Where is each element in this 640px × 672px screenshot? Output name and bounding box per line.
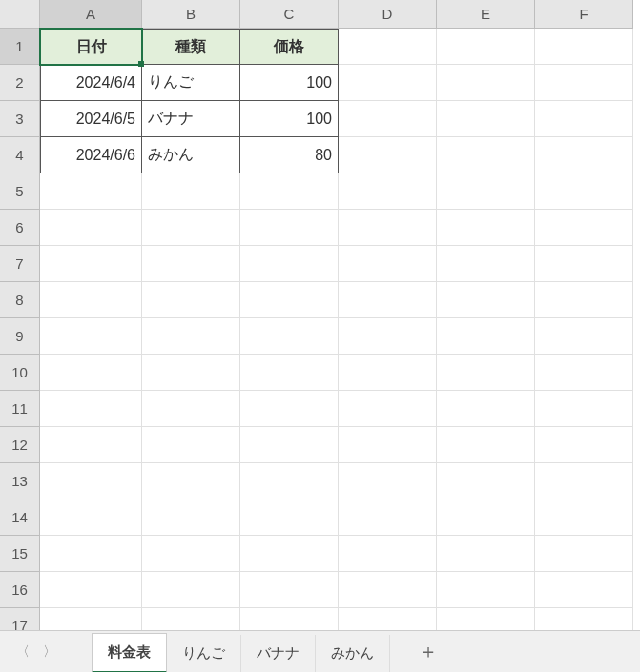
cell-C1[interactable]: 価格 — [240, 29, 339, 65]
cell-D3[interactable] — [339, 101, 437, 137]
cell-F1[interactable] — [535, 29, 633, 65]
tab-nav-next[interactable]: 〉 — [36, 639, 63, 665]
cell-E5[interactable] — [437, 173, 535, 210]
cell-C3[interactable]: 100 — [240, 101, 339, 137]
row-header-10[interactable]: 10 — [0, 355, 40, 391]
sheet-tab-3[interactable]: みかん — [316, 635, 390, 672]
row-header-12[interactable]: 12 — [0, 427, 40, 463]
cell-E2[interactable] — [437, 65, 535, 101]
cell-F14[interactable] — [535, 499, 633, 536]
cell-E14[interactable] — [437, 499, 535, 536]
cell-B5[interactable] — [142, 173, 240, 210]
cell-A13[interactable] — [40, 463, 142, 499]
cell-B14[interactable] — [142, 499, 240, 536]
cell-A2[interactable]: 2024/6/4 — [40, 65, 142, 101]
cell-D1[interactable] — [339, 29, 437, 65]
cell-C11[interactable] — [240, 391, 339, 427]
cell-C5[interactable] — [240, 173, 339, 210]
cell-D5[interactable] — [339, 173, 437, 210]
sheet-tab-1[interactable]: りんご — [167, 635, 241, 672]
cell-C4[interactable]: 80 — [240, 137, 339, 173]
row-header-5[interactable]: 5 — [0, 173, 40, 210]
cell-D6[interactable] — [339, 210, 437, 246]
cell-D4[interactable] — [339, 137, 437, 173]
cell-B16[interactable] — [142, 572, 240, 608]
cell-C10[interactable] — [240, 355, 339, 391]
cell-A14[interactable] — [40, 499, 142, 536]
column-header-D[interactable]: D — [339, 0, 437, 29]
cell-D7[interactable] — [339, 246, 437, 282]
cell-C13[interactable] — [240, 463, 339, 499]
cell-E3[interactable] — [437, 101, 535, 137]
cell-B11[interactable] — [142, 391, 240, 427]
row-header-9[interactable]: 9 — [0, 318, 40, 355]
column-header-E[interactable]: E — [437, 0, 535, 29]
cell-D13[interactable] — [339, 463, 437, 499]
cell-F15[interactable] — [535, 536, 633, 572]
cell-F7[interactable] — [535, 246, 633, 282]
cell-F6[interactable] — [535, 210, 633, 246]
cell-D8[interactable] — [339, 282, 437, 318]
add-sheet-button[interactable]: ＋ — [409, 635, 447, 668]
cell-E16[interactable] — [437, 572, 535, 608]
cell-B1[interactable]: 種類 — [142, 29, 240, 65]
cell-A1[interactable]: 日付 — [40, 29, 142, 65]
cell-B7[interactable] — [142, 246, 240, 282]
cell-A10[interactable] — [40, 355, 142, 391]
cell-A7[interactable] — [40, 246, 142, 282]
cell-C16[interactable] — [240, 572, 339, 608]
cell-D14[interactable] — [339, 499, 437, 536]
cell-C12[interactable] — [240, 427, 339, 463]
cell-A16[interactable] — [40, 572, 142, 608]
cell-E11[interactable] — [437, 391, 535, 427]
cell-B2[interactable]: りんご — [142, 65, 240, 101]
tab-nav-prev[interactable]: 〈 — [10, 639, 36, 665]
row-header-1[interactable]: 1 — [0, 29, 40, 65]
row-header-7[interactable]: 7 — [0, 246, 40, 282]
cell-B3[interactable]: バナナ — [142, 101, 240, 137]
cell-E9[interactable] — [437, 318, 535, 355]
cell-E7[interactable] — [437, 246, 535, 282]
row-header-13[interactable]: 13 — [0, 463, 40, 499]
column-header-A[interactable]: A — [40, 0, 142, 29]
cell-A12[interactable] — [40, 427, 142, 463]
cell-B9[interactable] — [142, 318, 240, 355]
row-header-6[interactable]: 6 — [0, 210, 40, 246]
cell-F12[interactable] — [535, 427, 633, 463]
cell-B8[interactable] — [142, 282, 240, 318]
cell-A8[interactable] — [40, 282, 142, 318]
cell-B12[interactable] — [142, 427, 240, 463]
cell-A6[interactable] — [40, 210, 142, 246]
cell-D10[interactable] — [339, 355, 437, 391]
cell-E13[interactable] — [437, 463, 535, 499]
column-header-B[interactable]: B — [142, 0, 240, 29]
cell-E6[interactable] — [437, 210, 535, 246]
cell-F8[interactable] — [535, 282, 633, 318]
column-header-C[interactable]: C — [240, 0, 339, 29]
cell-C6[interactable] — [240, 210, 339, 246]
cell-E15[interactable] — [437, 536, 535, 572]
cell-F16[interactable] — [535, 572, 633, 608]
cell-F3[interactable] — [535, 101, 633, 137]
sheet-tab-2[interactable]: バナナ — [241, 635, 316, 672]
row-header-11[interactable]: 11 — [0, 391, 40, 427]
cell-E12[interactable] — [437, 427, 535, 463]
cell-F4[interactable] — [535, 137, 633, 173]
cell-C8[interactable] — [240, 282, 339, 318]
row-header-14[interactable]: 14 — [0, 499, 40, 536]
cell-D9[interactable] — [339, 318, 437, 355]
row-header-4[interactable]: 4 — [0, 137, 40, 173]
cell-A11[interactable] — [40, 391, 142, 427]
row-header-3[interactable]: 3 — [0, 101, 40, 137]
row-header-8[interactable]: 8 — [0, 282, 40, 318]
cell-C2[interactable]: 100 — [240, 65, 339, 101]
cell-B4[interactable]: みかん — [142, 137, 240, 173]
cell-F2[interactable] — [535, 65, 633, 101]
cell-C9[interactable] — [240, 318, 339, 355]
row-header-16[interactable]: 16 — [0, 572, 40, 608]
cell-F9[interactable] — [535, 318, 633, 355]
row-header-15[interactable]: 15 — [0, 536, 40, 572]
sheet-tab-0[interactable]: 料金表 — [92, 633, 167, 672]
cell-C7[interactable] — [240, 246, 339, 282]
cell-F13[interactable] — [535, 463, 633, 499]
